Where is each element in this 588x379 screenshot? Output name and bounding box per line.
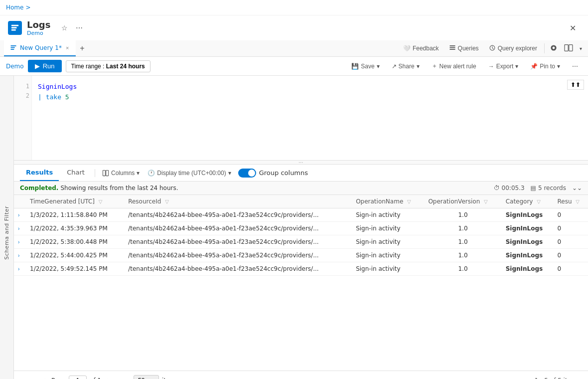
queries-button[interactable]: Queries (445, 42, 483, 55)
expand-row-button-1[interactable]: › (18, 226, 19, 231)
pin-to-button[interactable]: 📌 Pin to ▾ (526, 61, 564, 72)
prev-page-button[interactable]: ◀ (37, 376, 48, 379)
items-per-page-select[interactable]: 50 100 250 (134, 375, 159, 379)
export-button[interactable]: → Export ▾ (484, 61, 523, 72)
more-options-button[interactable]: ⋯ (74, 23, 85, 33)
row-expand-1[interactable]: › (14, 222, 26, 235)
save-button[interactable]: 💾 Save ▾ (347, 61, 383, 72)
row-expand-2[interactable]: › (14, 235, 26, 249)
svg-rect-13 (106, 170, 109, 176)
row-expand-3[interactable]: › (14, 249, 26, 262)
row-time-2: 1/2/2022, 5:38:00.448 PM (26, 235, 124, 249)
editor-container: 1 2 SigninLogs | take 5 ⬆⬆ ⋯ (14, 76, 588, 379)
expand-all-button[interactable]: ⌄⌄ (572, 185, 582, 191)
breadcrumb-sep: > (25, 4, 30, 11)
tab-right-actions: 🤍 Feedback Queries Query explorer (399, 42, 584, 55)
svg-rect-7 (449, 47, 455, 48)
schema-sidebar[interactable]: Schema and Filter (0, 76, 14, 379)
row-expand-0[interactable]: › (14, 208, 26, 222)
resize-handle[interactable]: ⋯ (14, 161, 588, 165)
svg-rect-8 (449, 49, 455, 50)
time-range-prefix: Time range : (71, 63, 106, 70)
tab-new-query[interactable]: New Query 1* × (4, 40, 76, 56)
breadcrumb-home[interactable]: Home (6, 4, 23, 11)
results-tabs-bar: Results Chart Columns ▾ 🕐 Display time (… (14, 165, 588, 182)
time-range-value: Last 24 hours (106, 63, 145, 70)
time-range-button[interactable]: Time range : Last 24 hours (66, 60, 150, 72)
row-resource-0: /tenants/4b2462a4-bbee-495a-a0e1-f23ae52… (124, 208, 352, 222)
settings-button[interactable] (548, 42, 560, 55)
col-expand (14, 195, 26, 208)
filter-icon-operation: ▽ (407, 199, 411, 204)
filter-icon-time: ▽ (99, 199, 103, 204)
col-result[interactable]: Resu ▽ (553, 195, 588, 208)
table-row: › 1/2/2022, 5:44:00.425 PM /tenants/4b24… (14, 249, 588, 262)
filter-icon-category: ▽ (537, 199, 541, 204)
main-content: Schema and Filter 1 2 SigninLogs | take … (0, 76, 588, 379)
table-header: TimeGenerated [UTC] ▽ ResourceId ▽ Opera… (14, 195, 588, 208)
row-expand-4[interactable]: › (14, 262, 26, 276)
expand-row-button-2[interactable]: › (18, 239, 19, 245)
row-time-4: 1/2/2022, 5:49:52.145 PM (26, 262, 124, 276)
page-input[interactable] (69, 376, 87, 379)
filter-icon-resource: ▽ (165, 199, 169, 204)
page-label: Page (51, 377, 66, 379)
table-row: › 1/2/2022, 5:38:00.448 PM /tenants/4b24… (14, 235, 588, 249)
results-tab-results[interactable]: Results (20, 165, 59, 181)
of-label: of 1 (90, 377, 101, 379)
table-row: › 1/3/2022, 1:11:58.840 PM /tenants/4b24… (14, 208, 588, 222)
results-tab-chart[interactable]: Chart (61, 165, 91, 181)
col-operation-version[interactable]: OperationVersion ▽ (424, 195, 501, 208)
display-time-button[interactable]: 🕐 Display time (UTC+00:00) ▾ (145, 168, 234, 179)
group-columns-toggle[interactable] (238, 169, 256, 178)
col-time-generated[interactable]: TimeGenerated [UTC] ▽ (26, 195, 124, 208)
svg-rect-3 (10, 45, 16, 46)
tab-label: New Query 1* (20, 44, 62, 51)
workspace-label[interactable]: Demo (6, 63, 24, 70)
expand-row-button-4[interactable]: › (18, 266, 19, 272)
pin-chevron-icon: ▾ (557, 63, 560, 70)
share-button[interactable]: ↗ Share ▾ (388, 61, 424, 72)
layout-icon (564, 44, 574, 52)
row-operation-1: Sign-in activity (352, 222, 424, 235)
row-operation-4: Sign-in activity (352, 262, 424, 276)
app-title: Logs (27, 19, 50, 30)
tab-add-button[interactable]: + (76, 42, 88, 55)
items-per-page-label: items per page (162, 377, 207, 379)
col-operation-name[interactable]: OperationName ▽ (352, 195, 424, 208)
new-alert-button[interactable]: ＋ New alert rule (428, 60, 480, 72)
favorite-button[interactable]: ☆ (59, 23, 70, 33)
run-button[interactable]: ▶ Run (28, 60, 62, 72)
toolbar-more-button[interactable]: ⋯ (568, 61, 582, 72)
export-icon: → (488, 63, 494, 70)
columns-icon (102, 170, 109, 177)
last-page-button[interactable]: ⏭ (118, 376, 131, 379)
columns-button[interactable]: Columns ▾ (99, 168, 143, 179)
query-toolbar: Demo ▶ Run Time range : Last 24 hours 💾 … (0, 57, 588, 76)
code-content[interactable]: SigninLogs | take 5 (32, 76, 588, 160)
chevron-down-button[interactable]: ▾ (578, 44, 584, 53)
col-resource-id[interactable]: ResourceId ▽ (124, 195, 352, 208)
filter-icon-result: ▽ (576, 199, 580, 204)
row-resource-3: /tenants/4b2462a4-bbee-495a-a0e1-f23ae52… (124, 249, 352, 262)
col-category[interactable]: Category ▽ (502, 195, 554, 208)
layout-button[interactable] (562, 42, 576, 55)
close-button[interactable]: ✕ (566, 21, 580, 35)
tab-close-button[interactable]: × (65, 45, 70, 51)
feedback-button[interactable]: 🤍 Feedback (399, 43, 443, 54)
collapse-editor-button[interactable]: ⬆⬆ (567, 80, 584, 90)
row-operation-3: Sign-in activity (352, 249, 424, 262)
tab-bar: New Query 1* × + 🤍 Feedback Queries Quer… (0, 40, 588, 57)
records-icon: ▤ (531, 185, 536, 191)
first-page-button[interactable]: ⏮ (22, 376, 34, 379)
row-version-0: 1.0 (424, 208, 501, 222)
duration-display: ⏱ 00:05.3 (494, 185, 525, 191)
tab-query-icon (10, 44, 17, 51)
query-explorer-button[interactable]: Query explorer (485, 42, 541, 55)
expand-row-button-3[interactable]: › (18, 253, 19, 258)
expand-row-button-0[interactable]: › (18, 212, 19, 218)
save-chevron-icon: ▾ (377, 63, 380, 70)
row-category-2: SignInLogs (502, 235, 554, 249)
save-icon: 💾 (351, 63, 359, 70)
next-page-button[interactable]: ▶ (104, 376, 115, 379)
